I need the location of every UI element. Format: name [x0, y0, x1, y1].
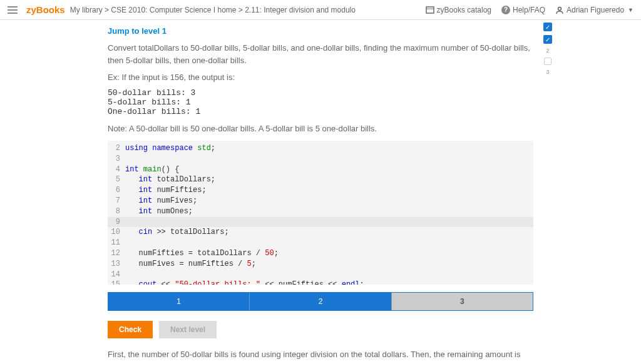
line-number: 2 — [108, 143, 125, 154]
line-number: 8 — [108, 206, 125, 217]
menu-icon[interactable] — [8, 4, 20, 16]
line-number: 14 — [108, 270, 125, 280]
progress-label-3: 3 — [546, 69, 549, 75]
code-line: 11 — [108, 238, 533, 248]
action-buttons: Check Next level — [108, 321, 533, 338]
code-text: int main() { — [125, 164, 179, 175]
code-line: 13 numFives = numFifties / 5; — [108, 259, 533, 270]
main-content: ✓ ✓ 2 3 Jump to level 1 Convert totalDol… — [108, 20, 533, 364]
code-text — [125, 238, 130, 248]
line-number: 11 — [108, 238, 125, 248]
user-icon — [555, 6, 564, 14]
help-label: Help/FAQ — [513, 6, 545, 14]
tab-3[interactable]: 3 — [391, 293, 533, 310]
code-text: numFives = numFifties / 5; — [125, 259, 256, 270]
line-number: 10 — [108, 227, 125, 238]
code-text: numFifties = totalDollars / 50; — [125, 248, 279, 259]
help-link[interactable]: ? Help/FAQ — [501, 6, 545, 14]
breadcrumb[interactable]: My library > CSE 2010: Computer Science … — [70, 6, 426, 14]
note-text: Note: A 50-dollar bill is 50 one-dollar … — [108, 124, 533, 133]
code-text — [125, 154, 130, 164]
level-tabs: 1 2 3 — [108, 292, 533, 311]
next-level-button: Next level — [159, 321, 217, 338]
logo[interactable]: zyBooks — [26, 4, 65, 15]
line-number: 4 — [108, 164, 125, 175]
example-output: 50-dollar bills: 3 5-dollar bills: 1 One… — [108, 88, 533, 116]
svg-rect-0 — [426, 7, 434, 13]
svg-point-2 — [558, 7, 562, 10]
line-number: 7 — [108, 196, 125, 206]
catalog-label: zyBooks catalog — [437, 6, 491, 14]
code-line: 7 int numFives; — [108, 196, 533, 206]
code-line: 12 numFifties = totalDollars / 50; — [108, 248, 533, 259]
code-text: cout << "50-dollar bills: " << numFiftie… — [125, 280, 364, 285]
line-number: 5 — [108, 174, 125, 185]
line-number: 9 — [108, 217, 125, 228]
line-number: 6 — [108, 185, 125, 196]
user-menu[interactable]: Adrian Figueredo ▼ — [555, 6, 633, 14]
progress-empty-3 — [544, 58, 551, 65]
code-text: int numOnes; — [125, 206, 193, 217]
check-button[interactable]: Check — [108, 321, 153, 338]
code-line: 3 — [108, 154, 533, 164]
code-line: 2using namespace std; — [108, 143, 533, 154]
catalog-icon — [426, 6, 434, 14]
code-text — [125, 217, 130, 228]
code-text: int totalDollars; — [125, 174, 215, 185]
code-editor[interactable]: 2using namespace std;3 4int main() {5 in… — [108, 141, 533, 285]
code-line: 5 int totalDollars; — [108, 174, 533, 185]
code-line: 15 cout << "50-dollar bills: " << numFif… — [108, 280, 533, 285]
progress-sidebar: ✓ ✓ 2 3 — [543, 23, 552, 75]
tab-1[interactable]: 1 — [108, 293, 249, 310]
line-number: 3 — [108, 154, 125, 164]
instructions-text: Convert totalDollars to 50-dollar bills,… — [108, 42, 533, 66]
code-text: using namespace std; — [125, 143, 215, 154]
caret-down-icon: ▼ — [628, 7, 633, 13]
jump-to-level-link[interactable]: Jump to level 1 — [108, 26, 533, 36]
user-label: Adrian Figueredo — [567, 6, 624, 14]
code-line: 14 — [108, 270, 533, 280]
header-right: zyBooks catalog ? Help/FAQ Adrian Figuer… — [426, 6, 633, 14]
progress-check-1: ✓ — [543, 23, 552, 31]
code-line: 4int main() { — [108, 164, 533, 175]
line-number: 15 — [108, 280, 125, 285]
tab-2[interactable]: 2 — [249, 293, 391, 310]
line-number: 12 — [108, 248, 125, 259]
help-icon: ? — [501, 6, 510, 14]
code-text — [125, 270, 130, 280]
explanation-1: First, the number of 50-dollar bills is … — [108, 348, 533, 364]
code-text: cin >> totalDollars; — [125, 227, 229, 238]
example-label: Ex: If the input is 156, the output is: — [108, 73, 533, 82]
line-number: 13 — [108, 259, 125, 270]
code-line: 9 — [108, 217, 533, 228]
code-line: 10 cin >> totalDollars; — [108, 227, 533, 238]
catalog-link[interactable]: zyBooks catalog — [426, 6, 491, 14]
progress-check-2: ✓ — [543, 35, 552, 44]
app-header: zyBooks My library > CSE 2010: Computer … — [0, 0, 641, 20]
code-line: 6 int numFifties; — [108, 185, 533, 196]
code-text: int numFifties; — [125, 185, 207, 196]
code-line: 8 int numOnes; — [108, 206, 533, 217]
code-text: int numFives; — [125, 196, 197, 206]
progress-label-2: 2 — [546, 48, 549, 54]
